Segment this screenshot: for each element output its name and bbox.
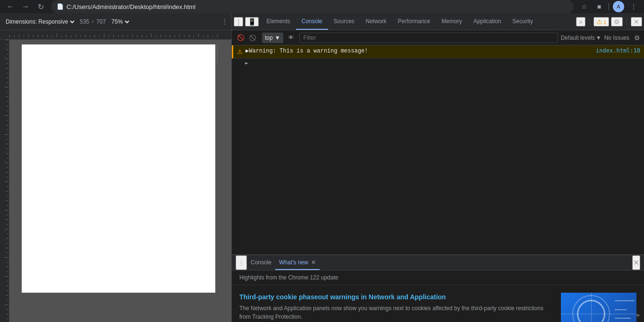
tab-application[interactable]: Application (468, 13, 507, 30)
blueprint-lines (613, 293, 636, 322)
close-devtools-button[interactable]: ✕ (631, 17, 642, 26)
svg-rect-28 (142, 35, 142, 37)
menu-button[interactable]: ⋮ (627, 0, 640, 13)
dimension-x: × (91, 18, 94, 25)
eye-icon-button[interactable]: 👁 (286, 33, 297, 43)
svg-rect-93 (6, 267, 8, 267)
svg-rect-5 (33, 35, 34, 37)
clear-console-button[interactable]: 🚫 (236, 33, 246, 43)
avatar: A (613, 1, 624, 12)
more-tabs-button[interactable]: » (576, 17, 585, 26)
drawer-close-button[interactable]: ✕ (632, 255, 640, 270)
whats-new-header: Highlights from the Chrome 122 update (232, 270, 644, 285)
svg-rect-26 (132, 35, 133, 37)
tab-separator (589, 18, 590, 26)
svg-rect-50 (7, 63, 8, 64)
svg-rect-49 (5, 59, 8, 59)
default-levels-button[interactable]: Default levels ▼ (561, 35, 602, 41)
chevron-down-icon2: ▼ (596, 35, 602, 41)
viewport-more-icon[interactable]: ⋮ (222, 18, 228, 25)
console-output: ⚠ ▶Warning: This is a warning message! i… (232, 45, 644, 254)
dimensions-selector[interactable]: Dimensions: Responsive (4, 18, 76, 26)
svg-rect-94 (7, 271, 8, 272)
profile-button[interactable]: A (612, 0, 625, 13)
forward-button[interactable]: → (19, 0, 32, 13)
svg-rect-20 (104, 34, 104, 37)
svg-rect-36 (179, 35, 180, 37)
ruler-v-svg (0, 40, 9, 322)
whats-new-items: Third-party cookie phaseout warnings in … (232, 285, 644, 322)
console-message-link[interactable]: index.html:10 (596, 47, 640, 54)
svg-rect-30 (151, 34, 152, 37)
svg-rect-76 (7, 186, 8, 187)
svg-rect-32 (161, 35, 161, 37)
svg-rect-13 (71, 35, 71, 37)
console-settings-button[interactable]: ⚙ (634, 34, 640, 42)
tab-memory[interactable]: Memory (436, 13, 467, 30)
tab-network[interactable]: Network (360, 13, 392, 30)
resize-handle[interactable] (215, 44, 219, 63)
ruler-horizontal (0, 30, 231, 40)
extensions-button[interactable]: ■ (593, 0, 606, 13)
blueprint-line-1 (615, 300, 635, 301)
drawer-tab-console[interactable]: Console (247, 255, 275, 270)
svg-rect-42 (208, 35, 208, 37)
svg-rect-19 (99, 35, 100, 37)
svg-rect-2 (19, 35, 19, 37)
svg-rect-101 (5, 305, 8, 305)
console-filter-input[interactable] (299, 33, 558, 43)
browser-frame: ← → ↻ 📄 C:/Users/Administrator/Desktop/h… (0, 0, 644, 322)
width-value: 535 (80, 18, 89, 25)
tab-elements[interactable]: Elements (261, 13, 296, 30)
console-expand-row: ► (232, 59, 644, 67)
viewport-content (0, 40, 231, 322)
whats-new-item-1: Third-party cookie phaseout warnings in … (232, 285, 644, 322)
nav-buttons: ← → ↻ (4, 0, 47, 13)
svg-rect-98 (7, 290, 8, 291)
inspect-element-button[interactable]: ⌡ (234, 17, 243, 26)
console-message-warning: ⚠ ▶Warning: This is a warning message! i… (232, 45, 644, 59)
title-bar-actions: ☆ ■ A ⋮ (577, 0, 640, 13)
settings-button[interactable]: ⚙ (611, 17, 623, 26)
top-selector[interactable]: top ▼ (262, 33, 283, 43)
bottom-drawer: ⋮ Console What's new ✕ ✕ Highlights from… (232, 254, 644, 322)
height-value: 707 (96, 18, 106, 25)
tab-performance[interactable]: Performance (392, 13, 436, 30)
svg-rect-60 (7, 111, 8, 111)
page-canvas (22, 44, 215, 293)
device-toggle-button[interactable]: 📱 (245, 17, 259, 26)
reload-button[interactable]: ↻ (34, 0, 47, 13)
expand-arrow[interactable]: ► (245, 60, 248, 66)
svg-rect-89 (6, 248, 8, 248)
svg-rect-25 (127, 35, 128, 37)
blueprint-cross-v (591, 293, 592, 322)
drawer-more-button[interactable]: ⋮ (236, 255, 247, 270)
svg-rect-85 (5, 229, 8, 229)
address-bar[interactable]: 📄 C:/Users/Administrator/Desktop/html/in… (51, 0, 574, 13)
zoom-selector[interactable]: 75% (110, 18, 131, 26)
svg-rect-37 (184, 35, 185, 37)
svg-rect-63 (6, 125, 8, 125)
drawer-tab-whats-new[interactable]: What's new ✕ (275, 255, 320, 270)
back-button[interactable]: ← (4, 0, 17, 13)
no-issues-button[interactable]: No Issues (604, 35, 629, 41)
svg-rect-4 (28, 35, 29, 37)
viewport-toolbar: Dimensions: Responsive 535 × 707 75% ⋮ (0, 13, 231, 30)
tab-security[interactable]: Security (507, 13, 538, 30)
warnings-button[interactable]: ⚠1 (593, 17, 609, 26)
svg-rect-23 (118, 35, 119, 37)
svg-rect-51 (6, 68, 8, 69)
svg-rect-81 (5, 210, 8, 210)
svg-rect-100 (7, 300, 8, 300)
tab-console[interactable]: Console (296, 13, 328, 30)
svg-rect-87 (6, 238, 8, 239)
drawer-tab-close-icon[interactable]: ✕ (311, 259, 316, 266)
bookmark-button[interactable]: ☆ (577, 0, 591, 13)
block-icon-button[interactable]: ⃠ (249, 33, 259, 43)
svg-rect-38 (189, 35, 189, 37)
svg-rect-17 (90, 35, 90, 37)
svg-rect-22 (113, 35, 114, 37)
dimension-display: 535 × 707 (80, 18, 106, 25)
tab-sources[interactable]: Sources (328, 13, 360, 30)
svg-rect-66 (7, 139, 8, 139)
